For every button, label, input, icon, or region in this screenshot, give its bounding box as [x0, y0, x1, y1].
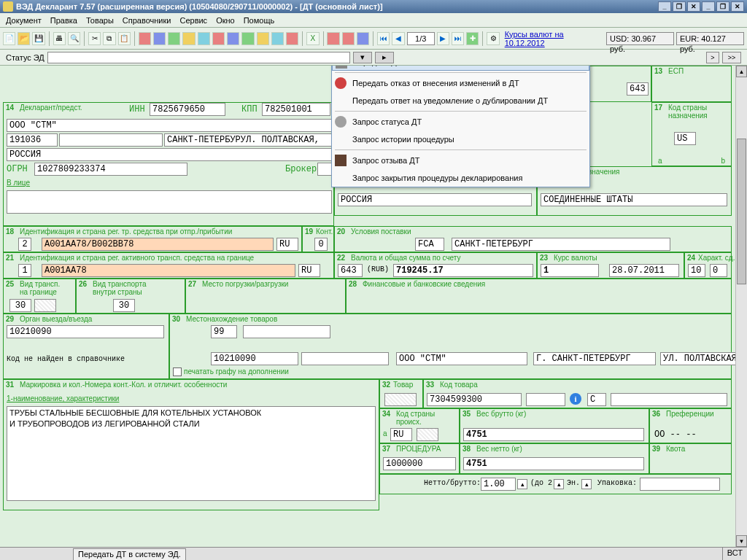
f30-e-input[interactable]: УЛ. ПОЛТАВСКАЯ, 7 — [660, 352, 747, 365]
minimize-button[interactable]: _ — [658, 1, 671, 12]
name-chars-link[interactable]: 1-наименование, характеристики — [7, 394, 119, 402]
tool-new-icon[interactable]: 📄 — [3, 32, 15, 45]
tool-cut-icon[interactable]: ✂ — [88, 32, 101, 45]
nav-last-icon[interactable]: ⏭ — [452, 32, 464, 45]
menu-item-history-request[interactable]: Запрос истории процедуры — [332, 131, 589, 148]
f38-input[interactable]: 4751 — [463, 457, 644, 470]
ogrn-input[interactable]: 1027809233374 — [34, 163, 187, 176]
scroll-down-button[interactable]: ▼ — [736, 535, 747, 547]
f30-d-input[interactable]: Г. САНКТ-ПЕТЕРБУРГ — [533, 352, 656, 365]
country-input[interactable]: РОССИЯ — [7, 148, 332, 161]
inface-input[interactable] — [7, 190, 332, 214]
dest-country-code-input[interactable]: US — [674, 132, 696, 145]
tool-save-icon[interactable]: 💾 — [32, 32, 44, 45]
tool-code-e-icon[interactable] — [198, 32, 210, 45]
mdi-restore-button[interactable]: ❐ — [716, 1, 729, 12]
tool-paste-icon[interactable]: 📋 — [118, 32, 131, 45]
nav-first-icon[interactable]: ⏮ — [377, 32, 390, 45]
tool-code-j-icon[interactable] — [271, 32, 284, 45]
tool-code-a-icon[interactable] — [139, 32, 151, 45]
f21-cc-input[interactable]: RU — [298, 264, 320, 277]
cost-code-input[interactable]: 643 — [627, 82, 649, 96]
f29-input[interactable]: 10210090 — [7, 325, 164, 338]
tool-code-d-icon[interactable] — [182, 32, 195, 45]
rates-link[interactable]: Курсы валют на 10.12.2012 — [505, 30, 601, 47]
menu-item-recall-request[interactable]: Запрос отзыва ДТ — [332, 152, 589, 169]
menu-edit[interactable]: Правка — [50, 16, 77, 25]
rate-input[interactable]: 1 — [541, 264, 599, 277]
tool-rates-icon[interactable]: ⚙ — [487, 32, 499, 45]
status-action-button[interactable]: ▸ — [375, 52, 394, 63]
f26-input[interactable]: 30 — [113, 299, 135, 312]
f30-b2-input[interactable] — [301, 352, 389, 365]
menu-item-status-request[interactable]: Запрос статуса ДТ — [332, 113, 589, 131]
nav-next-icon[interactable]: ▶ — [437, 32, 449, 45]
nav-add-icon[interactable]: ✚ — [466, 32, 479, 45]
origin-country-input[interactable]: РОССИЯ — [338, 193, 532, 206]
invoice-sum-input[interactable]: 719245.17 — [393, 264, 533, 277]
menu-service[interactable]: Сервис — [179, 16, 207, 25]
f30-a-input[interactable]: 99 — [211, 325, 237, 338]
org-name-input[interactable]: ООО "СТМ" — [7, 119, 332, 132]
section-prev-button[interactable]: > — [706, 52, 719, 63]
inco-place-input[interactable]: САНКТ-ПЕТЕРБУРГ — [452, 238, 670, 251]
tool-code-h-icon[interactable] — [241, 32, 254, 45]
tool-excel-icon[interactable]: X — [306, 32, 319, 45]
inco-term-input[interactable]: FCA — [415, 238, 444, 251]
menu-item-duplicate-reply[interactable]: Передать ответ на уведомление о дублиров… — [332, 92, 589, 109]
close-button[interactable]: ✕ — [687, 1, 700, 12]
menu-references[interactable]: Справочники — [123, 16, 171, 25]
f30-a2-input[interactable] — [243, 325, 330, 338]
zip-input[interactable]: 191036 — [7, 133, 58, 147]
restore-button[interactable]: ❐ — [673, 1, 686, 12]
inn-input[interactable]: 7825679650 — [150, 103, 225, 116]
menu-document[interactable]: Документ — [6, 16, 42, 25]
f25-input[interactable]: 30 — [9, 299, 31, 312]
f30-b-input[interactable]: 10210090 — [211, 352, 298, 365]
mdi-minimize-button[interactable]: _ — [702, 1, 715, 12]
city-input[interactable]: САНКТ-ПЕТЕРБУРУЛ. ПОЛТАВСКАЯ, — [164, 133, 332, 147]
mdi-close-button[interactable]: ✕ — [731, 1, 744, 12]
f19-input[interactable]: 0 — [314, 238, 328, 251]
deal-a-input[interactable]: 10 — [688, 264, 705, 277]
tool-copy-icon[interactable]: ⧉ — [103, 32, 115, 45]
f21-n-input[interactable]: 1 — [18, 264, 31, 277]
tool-code-k-icon[interactable] — [286, 32, 298, 45]
status-field[interactable] — [47, 52, 350, 63]
currency-code-input[interactable]: 643 — [338, 264, 363, 277]
nettobrutto-input[interactable]: 1.00 — [481, 478, 516, 491]
status-tab[interactable]: Передать ДТ в систему ЭД. — [73, 548, 186, 560]
inface-link[interactable]: В лице — [7, 179, 30, 187]
f21-ids-input[interactable]: А001АА78 — [42, 264, 295, 277]
tool-open-icon[interactable]: 📂 — [18, 32, 30, 45]
package-input[interactable] — [640, 478, 720, 491]
tool-flag-a-icon[interactable] — [327, 32, 339, 45]
vertical-scrollbar[interactable]: ▲ ▼ — [735, 66, 747, 560]
section-next-button[interactable]: >> — [722, 52, 741, 63]
menu-item-refuse-changes[interactable]: Передать отказ от внесения изменений в Д… — [332, 74, 589, 92]
f30-c-input[interactable]: ООО "СТМ" — [396, 352, 527, 365]
spinner-up-icon[interactable]: ▴ — [517, 479, 527, 489]
dest-country-input[interactable]: СОЕДИНЕННЫЕ ШТАТЫ — [541, 193, 727, 206]
f35-input[interactable]: 4751 — [463, 428, 644, 441]
f18-n-input[interactable]: 2 — [18, 238, 31, 251]
tool-code-b-icon[interactable] — [153, 32, 166, 45]
f37-input[interactable]: 1000000 — [383, 457, 456, 470]
f18-cc-input[interactable]: RU — [276, 238, 298, 251]
f18-ids-input[interactable]: А001АА78/В002ВВ78 — [42, 238, 274, 251]
tool-print-icon[interactable]: 🖶 — [53, 32, 66, 45]
tool-code-c-icon[interactable] — [168, 32, 180, 45]
status-dropdown-button[interactable]: ▾ — [353, 52, 372, 63]
scroll-thumb[interactable] — [737, 139, 746, 284]
tool-flag-c-icon[interactable] — [357, 32, 369, 45]
tool-code-i-icon[interactable] — [257, 32, 269, 45]
tool-flag-b-icon[interactable] — [342, 32, 355, 45]
f34-input[interactable]: RU — [390, 428, 412, 441]
menu-goods[interactable]: Товары — [86, 16, 114, 25]
rate-date-input[interactable]: 28.07.2011 — [609, 264, 679, 277]
menu-help[interactable]: Помощь — [244, 16, 275, 25]
tool-code-g-icon[interactable] — [227, 32, 239, 45]
print-on-addition-checkbox[interactable] — [173, 368, 182, 376]
menu-item-close-procedure[interactable]: Запрос закрытия процедуры декларирования — [332, 169, 589, 187]
scroll-up-button[interactable]: ▲ — [736, 66, 747, 77]
